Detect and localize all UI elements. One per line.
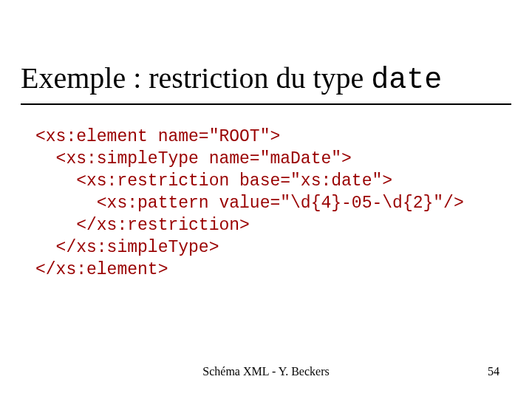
slide: Exemple : restriction du type date <xs:e… <box>0 0 532 399</box>
title-text: Exemple : restriction du type <box>21 61 371 95</box>
title-underline <box>21 103 511 105</box>
code-line-6: </xs:simpleType> <box>35 238 219 257</box>
page-number: 54 <box>488 365 499 378</box>
slide-title: Exemple : restriction du type date <box>21 61 442 97</box>
code-line-2: <xs:simpleType name="maDate"> <box>35 149 352 168</box>
title-mono: date <box>371 64 442 97</box>
code-line-3: <xs:restriction base="xs:date"> <box>35 171 392 191</box>
code-block: <xs:element name="ROOT"> <xs:simpleType … <box>35 126 464 281</box>
code-line-7: </xs:element> <box>35 260 168 279</box>
code-line-4: <xs:pattern value="\d{4}-05-\d{2}"/> <box>35 194 464 213</box>
footer-author: Schéma XML - Y. Beckers <box>0 365 532 378</box>
code-line-1: <xs:element name="ROOT"> <box>35 127 280 146</box>
code-line-5: </xs:restriction> <box>35 216 250 235</box>
